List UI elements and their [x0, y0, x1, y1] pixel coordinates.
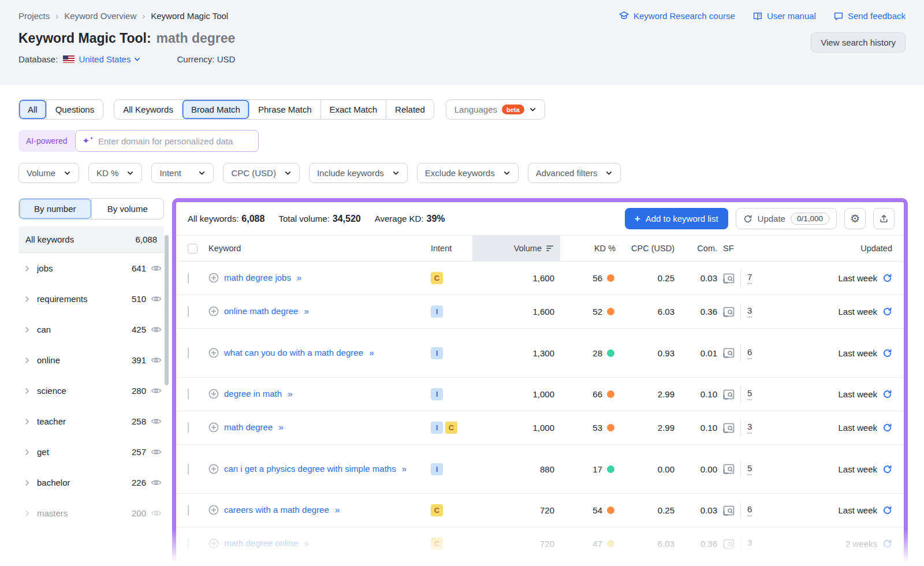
keyword-group-item[interactable]: jobs 641 — [18, 253, 164, 284]
expand-keyword-icon[interactable]: » — [369, 348, 374, 358]
refresh-keyword-icon[interactable] — [882, 273, 892, 283]
refresh-keyword-icon[interactable] — [882, 505, 892, 515]
tab-all[interactable]: All — [19, 100, 46, 119]
refresh-keyword-icon[interactable] — [882, 348, 892, 358]
sf-count[interactable]: 7 — [747, 272, 752, 284]
keyword-group-item[interactable]: online 391 — [18, 345, 164, 375]
tab-phrase-match[interactable]: Phrase Match — [249, 100, 321, 119]
tab-related[interactable]: Related — [386, 100, 434, 119]
toggle-by-volume[interactable]: By volume — [91, 199, 164, 219]
add-keyword-icon[interactable] — [208, 505, 219, 515]
column-kd[interactable]: KD % — [560, 236, 616, 261]
keyword-group-item[interactable]: science 280 — [18, 375, 164, 406]
tab-broad-match[interactable]: Broad Match — [182, 100, 249, 119]
filter-include-keywords[interactable]: Include keywords — [309, 163, 408, 183]
keyword-link[interactable]: online math degree » — [224, 304, 310, 319]
add-keyword-icon[interactable] — [208, 422, 219, 433]
expand-keyword-icon[interactable]: » — [297, 273, 302, 282]
row-checkbox[interactable] — [188, 505, 189, 516]
serp-features-icon[interactable] — [723, 273, 735, 284]
column-volume[interactable]: Volume — [472, 236, 560, 261]
add-keyword-icon[interactable] — [208, 273, 219, 283]
expand-keyword-icon[interactable]: » — [402, 464, 407, 474]
add-keyword-icon[interactable] — [208, 306, 219, 316]
view-search-history-button[interactable]: View search history — [811, 32, 906, 53]
export-button[interactable] — [873, 208, 895, 229]
column-cpc[interactable]: CPC (USD) — [616, 236, 680, 261]
keyword-link[interactable]: careers with a math degree » — [224, 502, 340, 517]
keyword-link[interactable]: math degree online » — [224, 536, 310, 551]
column-intent[interactable]: Intent — [431, 236, 472, 261]
keyword-link[interactable]: can i get a physics degree with simple m… — [224, 461, 407, 476]
domain-input[interactable] — [98, 136, 251, 146]
breadcrumb-item[interactable]: Keyword Overview — [64, 11, 136, 21]
keyword-research-course-link[interactable]: Keyword Research course — [619, 10, 735, 21]
keyword-group-item[interactable]: masters 200 — [18, 498, 164, 528]
eye-icon[interactable] — [151, 325, 162, 334]
eye-icon[interactable] — [151, 417, 162, 426]
sidebar-scrollbar[interactable] — [165, 235, 169, 385]
keyword-group-item[interactable]: bachelor 226 — [18, 467, 164, 498]
keyword-group-item[interactable]: requirements 510 — [18, 284, 164, 314]
column-sf[interactable]: SF — [723, 236, 777, 261]
sf-count[interactable]: 5 — [747, 463, 752, 475]
sf-count[interactable]: 6 — [747, 347, 752, 359]
row-checkbox[interactable] — [188, 348, 189, 359]
update-button[interactable]: Update 0/1,000 — [736, 208, 837, 229]
all-keywords-row[interactable]: All keywords 6,088 — [18, 226, 164, 253]
serp-features-icon[interactable] — [723, 348, 735, 358]
serp-features-icon[interactable] — [723, 464, 735, 474]
toggle-by-number[interactable]: By number — [19, 199, 91, 219]
keyword-group-item[interactable]: can 425 — [18, 314, 164, 345]
filter-intent[interactable]: Intent — [151, 163, 214, 183]
keyword-link[interactable]: what can you do with a math degree » — [224, 345, 375, 360]
add-to-keyword-list-button[interactable]: + Add to keyword list — [625, 208, 728, 229]
column-keyword[interactable]: Keyword — [208, 236, 431, 261]
filter-volume[interactable]: Volume — [18, 163, 79, 183]
keyword-link[interactable]: math degree » — [224, 420, 284, 435]
database-selector[interactable]: United States — [79, 54, 141, 64]
column-com[interactable]: Com. — [680, 236, 723, 261]
row-checkbox[interactable] — [188, 422, 189, 433]
table-settings-button[interactable]: ⚙ — [844, 208, 866, 229]
row-checkbox[interactable] — [188, 273, 189, 284]
filter-kd-[interactable]: KD % — [88, 163, 142, 183]
select-all-checkbox[interactable] — [188, 244, 198, 254]
send-feedback-link[interactable]: Send feedback — [833, 11, 906, 21]
breadcrumb-item[interactable]: Projects — [18, 11, 50, 21]
breadcrumb-item[interactable]: Keyword Magic Tool — [151, 11, 228, 21]
serp-features-icon[interactable] — [723, 389, 735, 400]
keyword-group-item[interactable]: teacher 258 — [18, 406, 164, 437]
eye-icon[interactable] — [151, 509, 162, 517]
row-checkbox[interactable] — [188, 389, 189, 400]
eye-icon[interactable] — [151, 295, 162, 303]
sf-count[interactable]: 3 — [747, 538, 752, 550]
languages-dropdown[interactable]: Languages beta — [446, 99, 545, 120]
serp-features-icon[interactable] — [723, 307, 735, 317]
add-keyword-icon[interactable] — [208, 538, 219, 549]
keyword-link[interactable]: math degree jobs » — [224, 270, 302, 285]
expand-keyword-icon[interactable]: » — [335, 505, 340, 515]
eye-icon[interactable] — [151, 386, 162, 395]
refresh-keyword-icon[interactable] — [882, 539, 892, 549]
add-keyword-icon[interactable] — [208, 389, 219, 399]
filter-cpc-usd-[interactable]: CPC (USD) — [223, 163, 300, 183]
keyword-group-item[interactable]: get 257 — [18, 437, 164, 467]
sf-count[interactable]: 3 — [747, 306, 752, 318]
user-manual-link[interactable]: User manual — [752, 11, 816, 21]
serp-features-icon[interactable] — [723, 423, 735, 433]
serp-features-icon[interactable] — [723, 505, 735, 516]
row-checkbox[interactable] — [188, 306, 189, 317]
expand-keyword-icon[interactable]: » — [304, 306, 310, 316]
sf-count[interactable]: 6 — [747, 504, 752, 516]
add-keyword-icon[interactable] — [208, 348, 219, 358]
serp-features-icon[interactable] — [723, 539, 735, 549]
column-updated[interactable]: Updated — [777, 236, 892, 261]
eye-icon[interactable] — [151, 448, 162, 456]
filter-exclude-keywords[interactable]: Exclude keywords — [417, 163, 519, 183]
expand-keyword-icon[interactable]: » — [288, 389, 293, 399]
expand-keyword-icon[interactable]: » — [304, 538, 310, 548]
eye-icon[interactable] — [151, 264, 162, 273]
expand-keyword-icon[interactable]: » — [278, 422, 284, 432]
sf-count[interactable]: 3 — [747, 422, 752, 434]
